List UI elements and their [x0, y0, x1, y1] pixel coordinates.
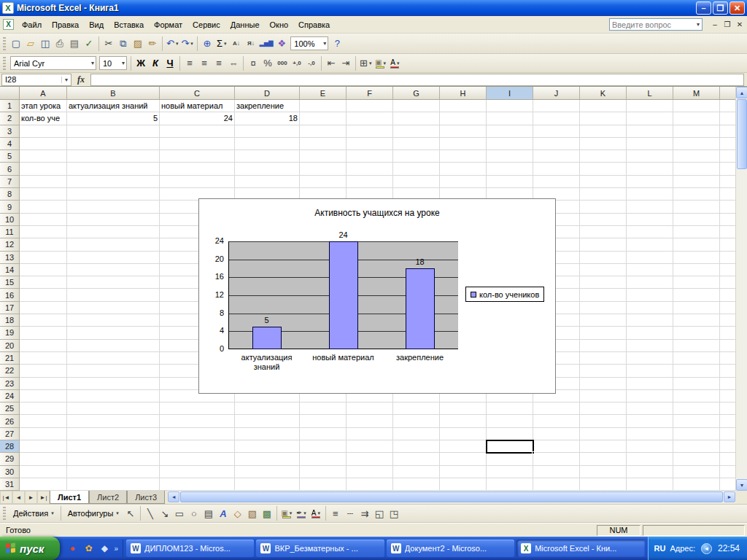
- decrease-indent-icon[interactable]: ⇤: [324, 56, 338, 71]
- underline-icon[interactable]: Ч: [163, 56, 177, 71]
- cell-K26[interactable]: [580, 415, 627, 427]
- chart-bar-3[interactable]: [406, 268, 435, 349]
- cell-F5[interactable]: [347, 150, 393, 163]
- cell-M16[interactable]: [673, 289, 720, 301]
- cell-A10[interactable]: [20, 214, 67, 226]
- cell-L26[interactable]: [627, 415, 673, 427]
- cell-H30[interactable]: [440, 466, 487, 478]
- cell-A19[interactable]: [20, 327, 67, 339]
- cell-H29[interactable]: [440, 453, 487, 465]
- rectangle-icon[interactable]: ▭: [172, 506, 187, 521]
- menu-item-7[interactable]: Данные: [225, 18, 265, 32]
- sheet-tab-Лист2[interactable]: Лист2: [89, 491, 127, 504]
- sort-descending-icon[interactable]: Я↓: [244, 36, 258, 51]
- cell-G5[interactable]: [393, 150, 440, 163]
- cell-K22[interactable]: [580, 365, 627, 377]
- cell-B11[interactable]: [67, 226, 160, 238]
- cell-E6[interactable]: [300, 163, 347, 175]
- cell-L2[interactable]: [627, 112, 673, 125]
- cell-L8[interactable]: [627, 188, 673, 201]
- cell-B15[interactable]: [67, 276, 160, 289]
- print-preview-icon[interactable]: ▤: [67, 36, 82, 51]
- cell-D28[interactable]: [235, 440, 300, 453]
- cell-I2[interactable]: [487, 112, 533, 125]
- cell-M28[interactable]: [673, 440, 720, 453]
- row-header-2[interactable]: 2: [0, 112, 20, 125]
- row-header-29[interactable]: 29: [0, 453, 20, 465]
- cell-J29[interactable]: [533, 453, 580, 465]
- cell-A18[interactable]: [20, 314, 67, 327]
- cell-M10[interactable]: [673, 214, 720, 226]
- format-painter-icon[interactable]: ✏: [145, 36, 160, 51]
- cell-G25[interactable]: [393, 402, 440, 415]
- cell-D26[interactable]: [235, 415, 300, 427]
- cell-M1[interactable]: [673, 100, 720, 112]
- cell-G2[interactable]: [393, 112, 440, 125]
- cell-E29[interactable]: [300, 453, 347, 465]
- help-icon[interactable]: ?: [330, 36, 344, 51]
- increase-decimal-icon[interactable]: +,0: [290, 56, 304, 71]
- cell-A13[interactable]: [20, 252, 67, 264]
- column-header-K[interactable]: K: [580, 87, 627, 100]
- open-icon[interactable]: ▱: [23, 36, 38, 51]
- cell-L15[interactable]: [627, 276, 673, 289]
- cell-L20[interactable]: [627, 340, 673, 352]
- paste-icon[interactable]: ▨: [131, 36, 145, 51]
- cell-G1[interactable]: [393, 100, 440, 112]
- cell-F1[interactable]: [347, 100, 393, 112]
- close-button[interactable]: ✕: [729, 1, 745, 15]
- cell-J3[interactable]: [533, 125, 580, 138]
- row-header-26[interactable]: 26: [0, 415, 20, 427]
- cell-L16[interactable]: [627, 289, 673, 301]
- cell-K7[interactable]: [580, 176, 627, 188]
- address-toolbar-label[interactable]: Адрес:: [670, 544, 695, 553]
- sheet-tab-Лист1[interactable]: Лист1: [50, 491, 89, 504]
- cell-L6[interactable]: [627, 163, 673, 175]
- insert-function-button[interactable]: fx: [71, 74, 90, 85]
- menu-item-2[interactable]: Правка: [47, 18, 84, 32]
- cell-K18[interactable]: [580, 314, 627, 327]
- toolbar-grip[interactable]: [3, 37, 6, 50]
- cell-K1[interactable]: [580, 100, 627, 112]
- cell-B20[interactable]: [67, 340, 160, 352]
- cell-C2[interactable]: 24: [160, 112, 235, 125]
- workbook-restore-button[interactable]: ❐: [721, 19, 733, 30]
- cell-B5[interactable]: [67, 150, 160, 163]
- cell-F26[interactable]: [347, 415, 393, 427]
- cell-I29[interactable]: [487, 453, 533, 465]
- cell-M29[interactable]: [673, 453, 720, 465]
- cell-B29[interactable]: [67, 453, 160, 465]
- cell-B22[interactable]: [67, 365, 160, 377]
- row-header-1[interactable]: 1: [0, 100, 20, 112]
- cell-C7[interactable]: [160, 176, 235, 188]
- cell-G29[interactable]: [393, 453, 440, 465]
- row-header-5[interactable]: 5: [0, 150, 20, 163]
- cell-A31[interactable]: [20, 478, 67, 491]
- cell-J26[interactable]: [533, 415, 580, 427]
- cell-L4[interactable]: [627, 138, 673, 150]
- cell-H7[interactable]: [440, 176, 487, 188]
- tab-nav-next[interactable]: ►: [25, 491, 37, 504]
- cell-L10[interactable]: [627, 214, 673, 226]
- cell-I27[interactable]: [487, 428, 533, 440]
- cell-A29[interactable]: [20, 453, 67, 465]
- cell-H27[interactable]: [440, 428, 487, 440]
- cell-H28[interactable]: [440, 440, 487, 453]
- cell-H26[interactable]: [440, 415, 487, 427]
- cell-A11[interactable]: [20, 226, 67, 238]
- cell-H31[interactable]: [440, 478, 487, 491]
- cell-A5[interactable]: [20, 150, 67, 163]
- cell-M22[interactable]: [673, 365, 720, 377]
- cell-B3[interactable]: [67, 125, 160, 138]
- text-box-icon[interactable]: ▤: [201, 506, 216, 521]
- column-header-D[interactable]: D: [235, 87, 300, 100]
- row-header-16[interactable]: 16: [0, 289, 20, 301]
- menu-item-3[interactable]: Вид: [84, 18, 109, 32]
- cell-J31[interactable]: [533, 478, 580, 491]
- cell-K5[interactable]: [580, 150, 627, 163]
- row-header-28[interactable]: 28: [0, 440, 20, 453]
- cell-D29[interactable]: [235, 453, 300, 465]
- row-header-20[interactable]: 20: [0, 340, 20, 352]
- line-color-icon[interactable]: ✒▾: [294, 506, 309, 521]
- cell-I7[interactable]: [487, 176, 533, 188]
